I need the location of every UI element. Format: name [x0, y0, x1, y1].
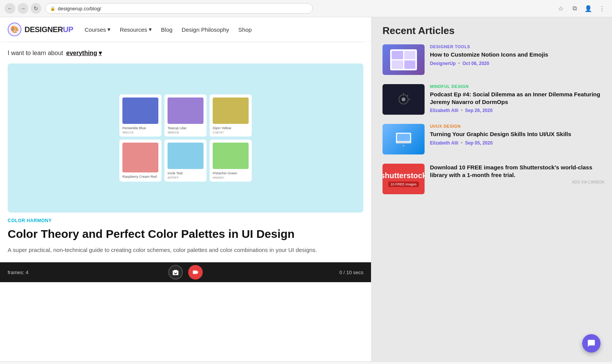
article-category-3: UI/UX DESIGN	[430, 124, 604, 128]
sidebar-title: Recent Articles	[382, 25, 604, 37]
filter-prefix: I want to learn about	[8, 50, 63, 57]
nav-blog[interactable]: Blog	[161, 26, 173, 33]
browser-controls: ← → ↻	[5, 3, 41, 14]
swatch-name-3: Dijon Yellow	[213, 126, 249, 131]
bookmark-icon[interactable]: ☆	[555, 3, 566, 14]
swatch-icicle: Icicle Teal 8DF5FF	[164, 140, 207, 182]
recording-bar: frames: 4 0 / 10 secs	[0, 262, 371, 282]
chevron-down-icon: ▾	[99, 49, 102, 57]
ad-badge: 10 FREE images	[388, 182, 419, 187]
article-meta-1: DesignerUp • Oct 06, 2020	[430, 61, 604, 66]
swatch-raspberry: Raspberry Cream Red	[119, 140, 161, 182]
ad-via: ADS VIA CARBON	[430, 180, 604, 184]
ad-thumb: shutterstock 10 FREE images	[382, 164, 425, 194]
swatch-hex-2: 9B80CB	[168, 131, 203, 134]
swatch-color-4	[122, 143, 158, 172]
article-author-3: Elizabeth Alli	[430, 140, 458, 146]
article-info-notion: DESIGNER TOOLS How to Customize Notion I…	[430, 44, 604, 75]
color-swatches: Periwinkle Blue 5B61CE Teacup Lilac 9B80…	[119, 94, 252, 182]
uiux-thumb-icon	[394, 130, 413, 149]
video-button[interactable]	[188, 265, 203, 280]
hero-image: Periwinkle Blue 5B61CE Teacup Lilac 9B80…	[8, 63, 363, 213]
browser-actions: ☆ ⧉ 👤 ⋮	[555, 3, 607, 14]
hero-section: Periwinkle Blue 5B61CE Teacup Lilac 9B80…	[0, 63, 371, 262]
article-date-3: Sep 05, 2020	[465, 140, 493, 146]
swatch-color-6	[213, 143, 249, 169]
hero-category: COLOR HARMONY	[8, 218, 363, 223]
article-card-uiux[interactable]: UI/UX DESIGN Turning Your Graphic Design…	[382, 124, 604, 154]
swatch-hex-5: 8DF5FF	[168, 176, 203, 179]
article-date-1: Oct 06, 2020	[462, 61, 489, 66]
frames-label: frames: 4	[8, 270, 28, 275]
logo-text: DESIGNERUP	[24, 25, 73, 34]
camera-button[interactable]	[168, 265, 183, 280]
svg-rect-10	[397, 142, 410, 143]
page-wrapper: 🎨 DESIGNERUP Courses ▾ Resources ▾ Blog …	[0, 17, 612, 361]
chevron-down-icon: ▾	[107, 26, 111, 33]
nav-shop[interactable]: Shop	[238, 26, 252, 33]
article-card-notion[interactable]: DESIGNER TOOLS How to Customize Notion I…	[382, 44, 604, 75]
browser-chrome: ← → ↻ 🔒 designerup.co/blog/ ☆ ⧉ 👤 ⋮	[0, 0, 612, 17]
profile-icon[interactable]: 👤	[583, 3, 594, 14]
swatch-dijon: Dijon Yellow C3B767	[210, 94, 252, 136]
swatch-color-5	[168, 143, 203, 169]
chat-bubble[interactable]	[582, 334, 601, 353]
extensions-icon[interactable]: ⧉	[569, 3, 580, 14]
chevron-down-icon: ▾	[149, 26, 152, 33]
article-title-1: How to Customize Notion Icons and Emojis	[430, 51, 604, 58]
address-bar[interactable]: 🔒 designerup.co/blog/	[45, 3, 313, 14]
article-author-2: Elizabeth Alli	[430, 108, 458, 113]
article-title-3: Turning Your Graphic Design Skills Into …	[430, 130, 604, 138]
timer-label: 0 / 10 secs	[339, 270, 363, 275]
article-category-1: DESIGNER TOOLS	[430, 44, 604, 49]
swatch-teacup: Teacup Lilac 9B80CB	[164, 94, 207, 136]
forward-button[interactable]: →	[18, 3, 28, 14]
nav-courses[interactable]: Courses ▾	[85, 26, 111, 33]
ad-title: Download 10 FREE images from Shutterstoc…	[430, 164, 604, 179]
svg-rect-9	[397, 134, 410, 141]
logo[interactable]: 🎨 DESIGNERUP	[8, 23, 73, 36]
swatch-name-6: Pistachio Green	[213, 171, 249, 176]
svg-point-4	[402, 98, 405, 101]
chat-icon	[587, 339, 596, 348]
logo-icon: 🎨	[8, 23, 21, 36]
nav-resources[interactable]: Resources ▾	[120, 26, 152, 33]
swatch-name-4: Raspberry Cream Red	[122, 175, 158, 179]
refresh-button[interactable]: ↻	[31, 3, 41, 14]
shutterstock-logo: shutterstock	[382, 171, 425, 180]
swatch-name-2: Teacup Lilac	[168, 126, 203, 131]
ad-card-shutterstock[interactable]: shutterstock 10 FREE images Download 10 …	[382, 164, 604, 194]
article-card-podcast[interactable]: MINDFUL DESIGN Podcast Ep #4: Social Dil…	[382, 84, 604, 115]
article-thumb-notion	[382, 44, 425, 75]
article-meta-2: Elizabeth Alli • Sep 26, 2020	[430, 108, 604, 113]
swatch-name-5: Icicle Teal	[168, 171, 203, 176]
article-info-podcast: MINDFUL DESIGN Podcast Ep #4: Social Dil…	[430, 84, 604, 115]
menu-icon[interactable]: ⋮	[597, 3, 607, 14]
swatch-color-1	[122, 98, 158, 124]
svg-line-6	[407, 95, 409, 96]
swatch-name-1: Periwinkle Blue	[122, 126, 158, 131]
article-meta-3: Elizabeth Alli • Sep 05, 2020	[430, 140, 604, 146]
lock-icon: 🔒	[50, 6, 55, 11]
swatch-color-2	[168, 98, 203, 124]
filter-dropdown[interactable]: everything ▾	[66, 49, 102, 57]
article-date-2: Sep 26, 2020	[465, 108, 493, 113]
url-text: designerup.co/blog/	[58, 6, 101, 11]
back-button[interactable]: ←	[5, 3, 15, 14]
swatch-hex-6: 8AE8AC	[213, 176, 249, 179]
swatch-hex-1: 5B61CE	[122, 131, 158, 134]
swatch-pistachio: Pistachio Green 8AE8AC	[210, 140, 252, 182]
ad-info: Download 10 FREE images from Shutterstoc…	[430, 164, 604, 184]
hero-excerpt: A super practical, non-technical guide t…	[8, 245, 363, 255]
notion-grid	[390, 49, 417, 70]
svg-point-11	[403, 145, 404, 146]
hero-title: Color Theory and Perfect Color Palettes …	[8, 227, 363, 241]
nav-design-philosophy[interactable]: Design Philosophy	[182, 26, 229, 33]
site-nav: 🎨 DESIGNERUP Courses ▾ Resources ▾ Blog …	[0, 17, 371, 42]
swatch-periwinkle: Periwinkle Blue 5B61CE	[119, 94, 161, 136]
article-author-1: DesignerUp	[430, 61, 456, 66]
svg-text:🎨: 🎨	[10, 25, 19, 34]
article-thumb-podcast	[382, 84, 425, 115]
article-category-2: MINDFUL DESIGN	[430, 84, 604, 89]
status-bar: https://designerup.co/blog/practical-gui…	[0, 361, 612, 364]
